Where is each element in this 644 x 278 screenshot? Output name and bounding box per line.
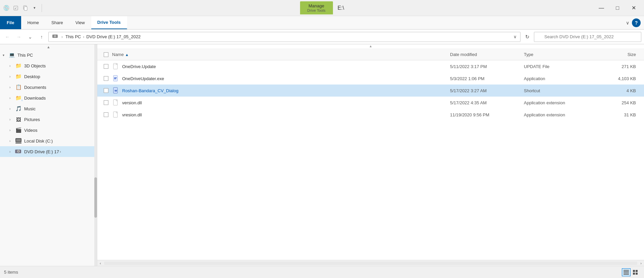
ribbon-expand-arrow[interactable]: ∨	[626, 20, 629, 25]
search-input[interactable]	[534, 32, 641, 42]
table-row[interactable]: OneDriveUpdater.exe 5/3/2022 1:06 PM App…	[97, 72, 644, 85]
path-dropdown-icon[interactable]: ∨	[511, 34, 517, 39]
sidebar-label-pictures: Pictures	[24, 117, 40, 122]
close-button[interactable]: ✕	[626, 3, 641, 13]
svg-rect-8	[16, 139, 21, 142]
header-checkbox[interactable]	[100, 52, 112, 57]
checkbox-3[interactable]	[104, 100, 108, 105]
sidebar-item-pictures[interactable]: › 🖼 Pictures	[0, 114, 97, 125]
address-bar: ← → ⌄ ↑ › This PC › DVD Drive (E:) 17_05…	[0, 30, 644, 44]
3d-objects-icon: 📁	[15, 62, 22, 69]
h-scroll-track[interactable]	[104, 262, 637, 265]
header-type[interactable]: Type	[524, 52, 601, 57]
help-button[interactable]: ?	[632, 18, 641, 27]
file-icon-2: W	[112, 87, 119, 94]
row-checkbox-3[interactable]	[100, 100, 112, 105]
file-icon-3	[112, 99, 119, 106]
select-all-checkbox[interactable]	[104, 52, 108, 57]
tab-share[interactable]: Share	[45, 16, 69, 29]
documents-icon: 📋	[15, 84, 22, 91]
tab-drive-tools[interactable]: Drive Tools	[91, 16, 127, 29]
svg-rect-9	[15, 143, 21, 144]
expand-arrow-desktop: ›	[9, 75, 14, 78]
manage-tab[interactable]: Manage Drive Tools	[300, 1, 333, 14]
expand-arrow-videos: ›	[9, 128, 14, 132]
minimize-button[interactable]: —	[594, 3, 609, 13]
header-size[interactable]: Size	[601, 52, 641, 57]
sidebar-label-dvd-drive: DVD Drive (E:) 17	[24, 149, 59, 154]
copy-icon[interactable]	[21, 4, 29, 12]
dropdown-recent-button[interactable]: ⌄	[26, 32, 35, 42]
dropdown-arrow[interactable]: ▾	[31, 4, 38, 12]
path-this-pc: This PC	[65, 34, 81, 39]
file-size-4: 31 KB	[601, 112, 641, 117]
checkbox-4[interactable]	[104, 112, 108, 117]
address-path[interactable]: › This PC › DVD Drive (E:) 17_05_2022 ∨	[48, 32, 521, 42]
tab-view[interactable]: View	[69, 16, 91, 29]
this-pc-icon: 💻	[8, 51, 15, 59]
dvd-more-indicator[interactable]: ›	[60, 150, 61, 154]
sidebar-item-videos[interactable]: › 🎬 Videos	[0, 125, 97, 135]
file-date-4: 11/19/2020 9:56 PM	[450, 112, 524, 117]
checkbox-0[interactable]	[104, 64, 108, 69]
svg-rect-23	[624, 271, 629, 272]
h-scroll-left-button[interactable]: ‹	[97, 260, 103, 266]
header-name[interactable]: Name ▲	[112, 52, 450, 57]
sort-arrow-name: ▲	[125, 53, 129, 57]
undo-icon[interactable]: ✓	[12, 4, 19, 12]
local-disk-icon	[15, 137, 22, 145]
forward-button[interactable]: →	[14, 32, 23, 42]
sidebar-label-3d-objects: 3D Objects	[24, 63, 46, 68]
header-date[interactable]: Date modified	[450, 52, 524, 57]
up-button[interactable]: ↑	[37, 32, 46, 42]
file-name-4: vresion.dll	[122, 112, 450, 117]
status-bar: 5 items	[0, 266, 644, 278]
view-buttons	[622, 268, 640, 276]
sidebar-item-dvd-drive[interactable]: › DVD Drive (E:) 17 ›	[0, 146, 97, 157]
back-button[interactable]: ←	[3, 32, 12, 42]
checkbox-1[interactable]	[104, 76, 108, 81]
list-view-button[interactable]	[622, 268, 631, 276]
refresh-button[interactable]: ↻	[523, 32, 532, 42]
title-bar-center: Manage Drive Tools E:\	[300, 1, 344, 14]
path-sep-1: ›	[61, 35, 63, 39]
sidebar-item-local-disk[interactable]: › Local Disk (C:)	[0, 135, 97, 146]
col-name-label: Name	[112, 52, 124, 57]
table-row[interactable]: version.dll 5/17/2022 4:35 AM Applicatio…	[97, 97, 644, 109]
expand-arrow-dvd: ›	[9, 150, 14, 154]
file-list-header: Name ▲ Date modified Type Size	[97, 49, 644, 60]
sidebar-item-documents[interactable]: › 📋 Documents	[0, 82, 97, 93]
sidebar-item-this-pc[interactable]: ▾ 💻 This PC	[0, 50, 97, 60]
sidebar-label-downloads: Downloads	[24, 96, 46, 101]
row-checkbox-1[interactable]	[100, 76, 112, 81]
horizontal-scrollbar[interactable]: ‹ ›	[97, 260, 644, 266]
svg-rect-15	[113, 75, 117, 81]
table-row[interactable]: vresion.dll 11/19/2020 9:56 PM Applicati…	[97, 109, 644, 121]
sidebar-item-desktop[interactable]: › 📁 Desktop	[0, 71, 97, 82]
checkbox-2[interactable]	[104, 88, 108, 93]
sidebar-label-this-pc: This PC	[17, 53, 33, 58]
dvd-drive-icon-small	[52, 34, 58, 40]
sidebar-scrollbar[interactable]	[94, 44, 97, 266]
sidebar-item-3d-objects[interactable]: › 📁 3D Objects	[0, 60, 97, 71]
maximize-button[interactable]: □	[610, 3, 625, 13]
file-icon-4	[112, 111, 119, 118]
row-checkbox-0[interactable]	[100, 64, 112, 69]
expand-arrow-documents: ›	[9, 86, 14, 89]
row-checkbox-4[interactable]	[100, 112, 112, 117]
table-row[interactable]: OneDrive.Update 5/11/2022 3:17 PM UPDATE…	[97, 60, 644, 72]
large-icon-view-button[interactable]	[631, 268, 640, 276]
sidebar-scrollbar-thumb[interactable]	[94, 177, 97, 218]
sidebar-item-music[interactable]: › 🎵 Music	[0, 103, 97, 114]
sidebar: ▲ ▾ 💻 This PC › 📁 3D Objects › 📁 Desktop…	[0, 44, 97, 266]
ribbon-expand: ∨ ?	[623, 16, 644, 29]
sidebar-scroll-up[interactable]: ▲	[0, 44, 97, 50]
expand-arrow-downloads: ›	[9, 96, 14, 100]
table-row[interactable]: W Roshan-Bandara_CV_Dialog 5/17/2022 3:2…	[97, 85, 644, 97]
svg-rect-22	[624, 270, 629, 271]
row-checkbox-2[interactable]	[100, 88, 112, 93]
tab-home[interactable]: Home	[21, 16, 45, 29]
h-scroll-right-button[interactable]: ›	[638, 260, 644, 266]
tab-file[interactable]: File	[0, 16, 21, 29]
sidebar-item-downloads[interactable]: › 📁 ↓ Downloads	[0, 93, 97, 103]
